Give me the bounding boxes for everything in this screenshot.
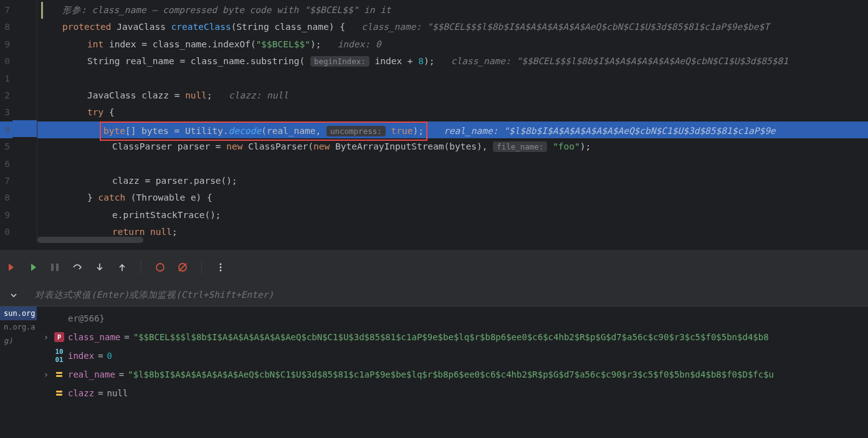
string-icon (54, 369, 64, 379)
inline-hint: class_name: "$$BCEL$$$l$8b$I$A$A$A$A$A$A… (361, 22, 770, 32)
var-row[interactable]: clazz = null (37, 384, 868, 402)
doc-comment: 形参: class_name – compressed byte code wi… (50, 5, 391, 15)
step-over-icon[interactable] (72, 262, 82, 272)
variables-panel[interactable]: er@566} › P class_name = "$$BCEL$$$l$8b$… (37, 307, 868, 437)
chevron-down-icon (10, 292, 17, 299)
svg-rect-1 (56, 264, 59, 271)
svg-rect-9 (56, 375, 62, 377)
eval-collapse[interactable] (0, 284, 27, 307)
svg-point-2 (156, 264, 164, 271)
svg-rect-0 (51, 264, 54, 271)
stack-frame-sel[interactable]: sun.org.apache.bcel.internal.util) (0, 307, 37, 320)
object-icon (54, 388, 64, 398)
pause-icon[interactable] (50, 262, 60, 272)
fold-gutter[interactable] (12, 0, 37, 243)
svg-rect-8 (56, 372, 62, 374)
this-ref-row: er@566} (37, 309, 868, 328)
var-row[interactable]: 1001 index = 0 (37, 346, 868, 365)
mute-breakpoints-icon[interactable] (178, 262, 188, 272)
svg-point-7 (220, 269, 222, 271)
more-icon[interactable] (216, 262, 226, 272)
expand-icon[interactable]: › (42, 332, 50, 342)
code-editor[interactable]: 7890123 4 567890 形参: class_name – compre… (0, 0, 868, 243)
evaluate-expression-input[interactable]: 对表达式求值(Enter)或添加监视(Ctrl+Shift+Enter) (27, 284, 868, 307)
line-number-gutter: 7890123 4 567890 (0, 0, 12, 243)
var-row[interactable]: › P class_name = "$$BCEL$$$l$8b$I$A$A$A$… (37, 328, 868, 346)
step-out-icon[interactable] (117, 262, 127, 272)
debugger-panel: sun.org.apache.bcel.internal.util) n.org… (0, 307, 868, 437)
code-area[interactable]: 形参: class_name – compressed byte code wi… (37, 0, 868, 243)
svg-rect-11 (56, 394, 62, 396)
svg-point-6 (220, 266, 222, 268)
expand-icon[interactable]: › (42, 369, 50, 379)
svg-point-5 (220, 263, 222, 265)
svg-rect-10 (56, 391, 62, 393)
rerun-icon[interactable] (5, 262, 15, 272)
param-icon: P (54, 332, 64, 342)
view-breakpoints-icon[interactable] (155, 262, 165, 272)
execution-line: byte[] bytes = Utility.decode(real_name,… (37, 121, 868, 138)
resume-icon[interactable] (27, 262, 37, 272)
binary-icon: 1001 (54, 351, 64, 361)
debug-toolbar (0, 249, 868, 284)
var-row[interactable]: › real_name = "$l$8b$I$A$A$A$A$A$A$AeQ$c… (37, 365, 868, 384)
step-into-icon[interactable] (95, 262, 105, 272)
frames-panel[interactable]: sun.org.apache.bcel.internal.util) n.org… (0, 307, 37, 437)
editor-hscroll[interactable] (37, 237, 143, 243)
